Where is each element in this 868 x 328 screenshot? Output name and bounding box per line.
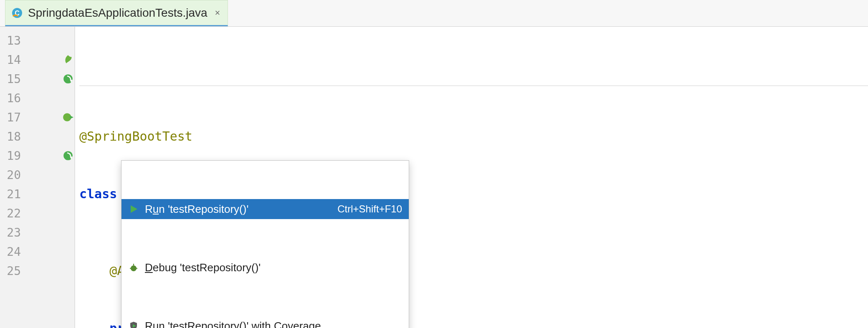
spring-leaf-icon[interactable] <box>62 53 74 66</box>
editor-area: 13 14 15 16 17 18 19 20 21 <box>0 27 868 328</box>
menu-item-run[interactable]: Run 'testRepository()' Ctrl+Shift+F10 <box>121 199 409 219</box>
line-number: 25 <box>0 264 25 278</box>
line-number: 21 <box>0 187 25 201</box>
svg-marker-8 <box>131 205 137 213</box>
file-tab[interactable]: C SpringdataEsApplicationTests.java × <box>5 0 228 26</box>
java-class-icon: C <box>11 7 23 19</box>
svg-point-9 <box>131 265 137 271</box>
gutter: 13 14 15 16 17 18 19 20 21 <box>0 27 75 328</box>
run-icon <box>128 204 139 214</box>
code-area[interactable]: @SpringBootTest class SpringdataEsApplic… <box>75 27 868 328</box>
menu-item-debug[interactable]: Debug 'testRepository()' <box>121 257 409 278</box>
file-tab-label: SpringdataEsApplicationTests.java <box>28 6 208 20</box>
line-number: 14 <box>0 53 25 67</box>
line-number: 17 <box>0 111 25 124</box>
shield-run-icon <box>128 320 139 328</box>
menu-item-coverage[interactable]: Run 'testRepository()' with Coverage <box>121 316 409 328</box>
method-separator <box>79 86 868 86</box>
menu-shortcut: Ctrl+Shift+F10 <box>337 199 402 219</box>
line-number: 18 <box>0 130 25 144</box>
line-number: 13 <box>0 34 25 48</box>
line-number: 22 <box>0 207 25 220</box>
bug-icon <box>128 262 139 273</box>
run-test-icon[interactable] <box>62 149 74 162</box>
line-number: 20 <box>0 168 25 182</box>
annotation: @SpringBootTest <box>79 129 192 144</box>
line-number: 23 <box>0 226 25 240</box>
run-test-icon[interactable] <box>62 73 74 85</box>
tab-bar: C SpringdataEsApplicationTests.java × <box>0 0 868 27</box>
close-icon[interactable]: × <box>213 8 220 18</box>
line-number: 16 <box>0 91 25 105</box>
svg-marker-5 <box>70 116 73 119</box>
line-number: 24 <box>0 245 25 259</box>
run-context-menu: Run 'testRepository()' Ctrl+Shift+F10 De… <box>121 160 409 328</box>
bean-icon[interactable] <box>62 111 74 124</box>
line-number: 15 <box>0 72 25 86</box>
keyword: class <box>79 187 117 201</box>
line-number: 19 <box>0 149 25 163</box>
